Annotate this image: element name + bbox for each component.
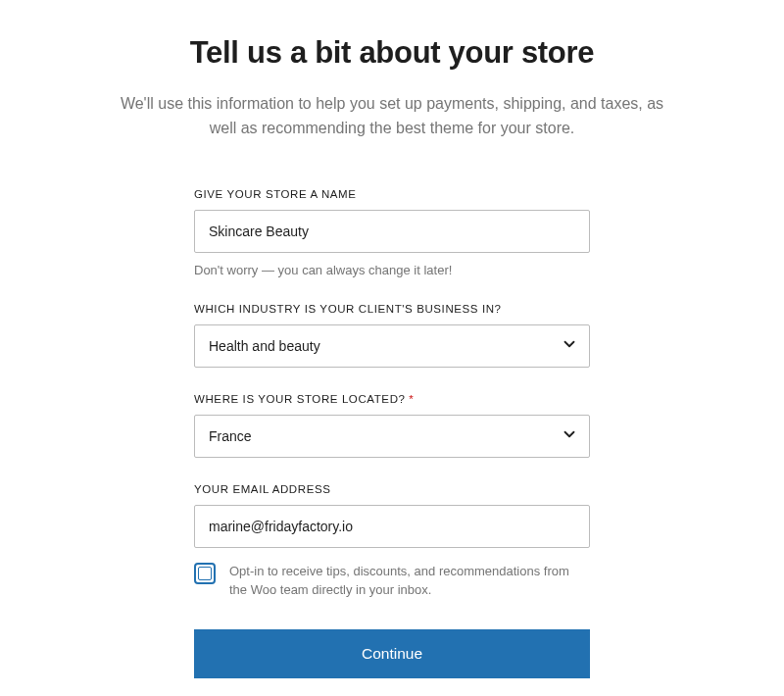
location-field-group: WHERE IS YOUR STORE LOCATED? * France bbox=[194, 393, 590, 458]
location-select-value: France bbox=[209, 428, 252, 444]
industry-select-value: Health and beauty bbox=[209, 338, 320, 354]
industry-field-group: WHICH INDUSTRY IS YOUR CLIENT'S BUSINESS… bbox=[194, 303, 590, 368]
email-input[interactable] bbox=[194, 505, 590, 548]
store-name-hint: Don't worry — you can always change it l… bbox=[194, 263, 590, 277]
store-name-field-group: GIVE YOUR STORE A NAME Don't worry — you… bbox=[194, 188, 590, 277]
location-select[interactable]: France bbox=[194, 415, 590, 458]
optin-label: Opt-in to receive tips, discounts, and r… bbox=[229, 562, 590, 600]
email-label: YOUR EMAIL ADDRESS bbox=[194, 483, 590, 495]
page-subtitle: We'll use this information to help you s… bbox=[118, 92, 666, 141]
store-name-input[interactable] bbox=[194, 210, 590, 253]
store-name-label: GIVE YOUR STORE A NAME bbox=[194, 188, 590, 200]
onboarding-form: GIVE YOUR STORE A NAME Don't worry — you… bbox=[194, 188, 590, 678]
optin-row: Opt-in to receive tips, discounts, and r… bbox=[194, 562, 590, 600]
continue-button[interactable]: Continue bbox=[194, 629, 590, 678]
email-field-group: YOUR EMAIL ADDRESS bbox=[194, 483, 590, 548]
industry-select[interactable]: Health and beauty bbox=[194, 324, 590, 368]
location-label: WHERE IS YOUR STORE LOCATED? * bbox=[194, 393, 590, 405]
required-mark: * bbox=[409, 393, 414, 405]
optin-checkbox[interactable] bbox=[194, 563, 216, 584]
page-title: Tell us a bit about your store bbox=[0, 35, 784, 71]
industry-label: WHICH INDUSTRY IS YOUR CLIENT'S BUSINESS… bbox=[194, 303, 590, 315]
